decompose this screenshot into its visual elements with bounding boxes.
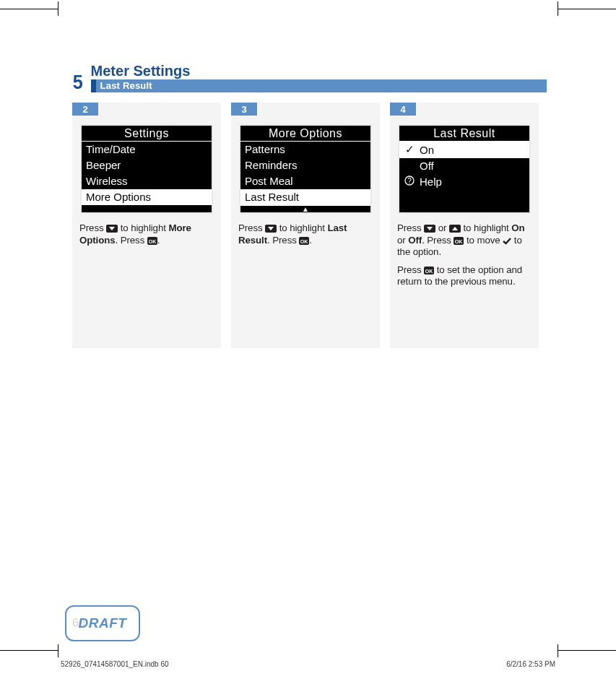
down-arrow-icon	[106, 225, 118, 233]
chapter-title: Meter Settings	[91, 64, 542, 78]
step-instruction: Press to highlight More Options. Press O…	[79, 222, 214, 246]
footer-timestamp: 6/2/16 2:53 PM	[506, 660, 555, 668]
ok-button-icon: OK	[424, 267, 434, 274]
menu-item: Beeper	[82, 157, 212, 173]
scroll-indicator-icon: ▲▼	[240, 206, 370, 214]
screen-title: Settings	[82, 126, 212, 142]
ok-button-icon: OK	[299, 237, 309, 245]
down-arrow-icon	[265, 225, 277, 233]
screen-title: More Options	[240, 126, 370, 142]
check-icon: ✓	[404, 143, 415, 156]
draft-watermark: 60 DRAFT	[65, 605, 140, 641]
menu-item: Post Meal	[240, 173, 370, 189]
down-arrow-icon	[424, 225, 435, 233]
section-title-bar: Last Result	[91, 79, 547, 92]
menu-item: ?Help	[399, 174, 529, 190]
step-instruction: Press to highlight Last Result. Press OK…	[238, 222, 373, 246]
up-arrow-icon	[449, 225, 461, 233]
ok-button-icon: OK	[147, 237, 157, 245]
menu-item-selected: More Options	[82, 189, 212, 205]
chapter-number: 5	[73, 72, 83, 92]
print-footer: 52926_07414587001_EN.indb 60 6/2/16 2:53…	[61, 660, 555, 668]
svg-text:OK: OK	[149, 238, 156, 243]
menu-item: Wireless	[82, 173, 212, 189]
menu-item: Patterns	[240, 142, 370, 157]
step-number: 2	[72, 103, 98, 116]
draft-label: DRAFT	[79, 615, 127, 631]
step-card: 3 More Options Patterns Reminders Post M…	[231, 103, 380, 348]
meter-screen: Last Result ✓On Off ?Help	[398, 124, 531, 214]
svg-text:OK: OK	[425, 268, 433, 273]
menu-item: Reminders	[240, 157, 370, 173]
menu-item-selected: Last Result	[240, 189, 370, 206]
svg-text:OK: OK	[455, 238, 462, 243]
help-icon: ?	[404, 176, 415, 188]
section-subtitle: Last Result	[100, 80, 152, 91]
menu-item-selected: ✓On	[399, 142, 529, 158]
svg-text:OK: OK	[300, 238, 308, 243]
screen-title: Last Result	[399, 126, 529, 142]
ok-button-icon: OK	[454, 237, 464, 245]
step-card: 4 Last Result ✓On Off ?Help Press or to …	[390, 103, 539, 348]
crop-mark-bottom	[0, 650, 616, 652]
menu-item: Off	[399, 158, 529, 174]
menu-item: Time/Date	[82, 142, 212, 157]
checkmark-icon	[503, 237, 511, 245]
step-number: 4	[390, 103, 416, 116]
footer-filename: 52926_07414587001_EN.indb 60	[61, 660, 169, 668]
step-card: 2 Settings Time/Date Beeper Wireless Mor…	[72, 103, 221, 348]
meter-screen: More Options Patterns Reminders Post Mea…	[239, 124, 372, 214]
svg-text:?: ?	[407, 177, 412, 185]
meter-screen: Settings Time/Date Beeper Wireless More …	[80, 124, 213, 214]
step-instruction: Press or to highlight On or Off. Press O…	[397, 222, 532, 288]
crop-mark-top	[0, 9, 616, 11]
step-number: 3	[231, 103, 257, 116]
